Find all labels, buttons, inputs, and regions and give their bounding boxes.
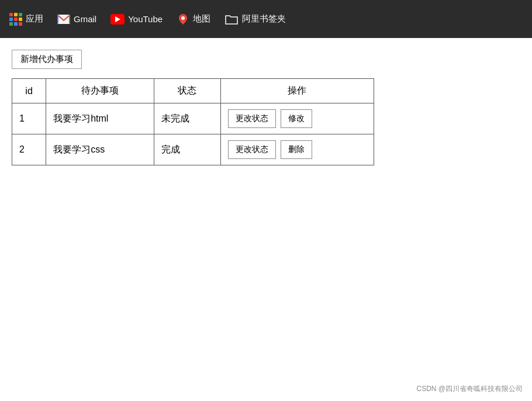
svg-point-3 [181,16,185,20]
footer-text: CSDN @四川省奇呱科技有限公司 [416,385,523,393]
col-header-status: 状态 [154,79,220,103]
folder-icon [224,13,239,25]
edit-button[interactable]: 修改 [281,109,312,128]
add-todo-button[interactable]: 新增代办事项 [12,50,82,69]
apps-label: 应用 [26,13,43,25]
cell-task: 我要学习html [46,103,154,134]
cell-actions: 更改状态修改 [220,103,374,134]
change-status-button[interactable]: 更改状态 [228,140,276,159]
cell-status: 完成 [154,134,220,165]
table-row: 1我要学习html未完成更改状态修改 [12,103,374,134]
table-row: 2我要学习css完成更改状态删除 [12,134,374,165]
gmail-icon [57,15,70,24]
maps-icon [177,13,189,26]
action-cell: 更改状态删除 [228,140,367,159]
cell-id: 1 [12,103,46,134]
footer: CSDN @四川省奇呱科技有限公司 [416,384,523,394]
apps-icon [9,13,22,26]
col-header-task: 待办事项 [46,79,154,103]
topbar-item-maps[interactable]: 地图 [177,13,210,26]
col-header-id: id [12,79,46,103]
youtube-icon [110,14,125,25]
topbar-item-youtube[interactable]: YouTube [110,14,163,25]
todo-table: id 待办事项 状态 操作 1我要学习html未完成更改状态修改2我要学习css… [12,78,374,165]
youtube-label: YouTube [128,14,163,24]
change-status-button[interactable]: 更改状态 [228,109,276,128]
cell-task: 我要学习css [46,134,154,165]
cell-status: 未完成 [154,103,220,134]
topbar-item-gmail[interactable]: Gmail [57,14,96,24]
cell-id: 2 [12,134,46,165]
topbar-item-bookmarks[interactable]: 阿里书签夹 [224,13,286,25]
maps-label: 地图 [193,13,210,25]
topbar: 应用 Gmail YouTube 地图 阿里书签夹 [0,0,532,38]
table-header-row: id 待办事项 状态 操作 [12,79,374,103]
main-content: 新增代办事项 id 待办事项 状态 操作 1我要学习html未完成更改状态修改2… [0,38,532,401]
delete-button[interactable]: 删除 [281,140,312,159]
table-body: 1我要学习html未完成更改状态修改2我要学习css完成更改状态删除 [12,103,374,165]
action-cell: 更改状态修改 [228,109,367,128]
cell-actions: 更改状态删除 [220,134,374,165]
bookmarks-label: 阿里书签夹 [242,13,286,25]
topbar-item-apps[interactable]: 应用 [9,13,43,26]
gmail-label: Gmail [74,14,96,24]
col-header-action: 操作 [220,79,374,103]
